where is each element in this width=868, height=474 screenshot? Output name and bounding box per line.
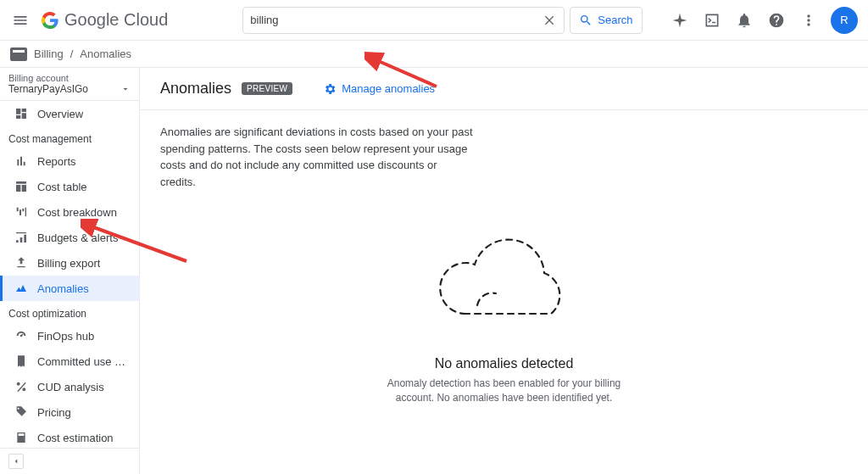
content: Anomalies Preview Manage anomalies Anoma… (140, 68, 868, 474)
cloud-illustration-icon (420, 229, 589, 339)
nav-label: Anomalies (37, 282, 89, 295)
notifications-icon[interactable] (734, 10, 754, 31)
nav-pricing[interactable]: Pricing (0, 399, 139, 425)
nav-label: Cost breakdown (37, 206, 117, 219)
nav-budgets-alerts[interactable]: Budgets & alerts (0, 225, 139, 250)
speedometer-icon (14, 328, 29, 343)
main: Billing account TernaryPayAsIGo Overview… (0, 68, 868, 474)
billing-icon (10, 47, 27, 61)
nav-overview[interactable]: Overview (0, 101, 139, 126)
nav-label: FinOps hub (37, 330, 94, 343)
percent-icon (14, 379, 29, 394)
calculator-icon (14, 430, 29, 445)
nav-label: Billing export (37, 257, 100, 270)
empty-state-title: No anomalies detected (435, 356, 574, 371)
gemini-icon[interactable] (670, 10, 690, 31)
manage-anomalies-label: Manage anomalies (342, 82, 435, 95)
nav-label: Cost table (37, 181, 87, 193)
export-icon (14, 255, 29, 270)
bar-chart-icon (14, 153, 29, 169)
collapse-sidebar-icon[interactable] (8, 454, 24, 469)
page-title: Anomalies (160, 80, 231, 98)
breadcrumb: Billing / Anomalies (0, 41, 868, 68)
budget-icon (14, 230, 29, 245)
manage-anomalies-link[interactable]: Manage anomalies (323, 82, 435, 96)
nav-cost-table[interactable]: Cost table (0, 174, 139, 199)
breadcrumb-section[interactable]: Billing (34, 47, 64, 60)
billing-account-picker[interactable]: Billing account TernaryPayAsIGo (0, 68, 139, 101)
cloud-shell-icon[interactable] (702, 10, 722, 31)
sidebar: Billing account TernaryPayAsIGo Overview… (0, 68, 140, 474)
search-icon (579, 14, 593, 27)
chevron-down-icon (120, 84, 131, 94)
search-button-label: Search (598, 14, 632, 26)
nav-billing-export[interactable]: Billing export (0, 250, 139, 276)
brand-text: Google Cloud (64, 10, 168, 30)
billing-account-name: TernaryPayAsIGo (8, 83, 88, 95)
page-body: Anomalies are significant deviations in … (140, 110, 868, 474)
breadcrumb-separator: / (70, 47, 74, 60)
preview-badge: Preview (242, 82, 292, 95)
topbar-right: R (670, 7, 858, 34)
empty-state: No anomalies detected Anomaly detection … (160, 173, 848, 460)
help-icon[interactable] (766, 10, 787, 31)
hamburger-menu-icon[interactable] (10, 10, 31, 31)
nav-anomalies[interactable]: Anomalies (0, 276, 139, 301)
sidebar-footer (0, 448, 139, 474)
empty-state-subtitle: Anomaly detection has been enabled for y… (369, 376, 640, 405)
nav-label: CUD analysis (37, 381, 104, 393)
nav-cost-estimation[interactable]: Cost estimation (0, 425, 139, 448)
nav-label: Overview (37, 108, 83, 120)
avatar[interactable]: R (831, 7, 858, 34)
page-header: Anomalies Preview Manage anomalies (140, 68, 868, 110)
nav-finops-hub[interactable]: FinOps hub (0, 323, 139, 349)
nav-label: Reports (37, 155, 76, 168)
gear-icon (323, 82, 337, 96)
table-icon (14, 179, 29, 194)
nav-reports[interactable]: Reports (0, 148, 139, 174)
billing-account-label: Billing account (8, 73, 131, 83)
section-cost-management: Cost management (0, 126, 139, 148)
product-logo[interactable]: Google Cloud (41, 10, 168, 30)
breadcrumb-page[interactable]: Anomalies (80, 47, 131, 60)
dashboard-icon (14, 106, 29, 121)
more-icon[interactable] (798, 10, 819, 31)
search-wrap: Search (242, 7, 642, 34)
google-logo-icon (41, 11, 59, 30)
anomaly-icon (14, 281, 29, 296)
nav-cud[interactable]: Committed use discou... (0, 349, 139, 374)
nav-label: Cost estimation (37, 432, 114, 444)
search-box[interactable] (242, 7, 565, 34)
section-cost-optimization: Cost optimization (0, 301, 139, 323)
nav-cud-analysis[interactable]: CUD analysis (0, 374, 139, 399)
top-bar: Google Cloud Search R (0, 0, 868, 41)
waterfall-icon (14, 204, 29, 220)
search-input[interactable] (250, 14, 543, 26)
nav-cost-breakdown[interactable]: Cost breakdown (0, 199, 139, 225)
avatar-initial: R (840, 14, 848, 26)
search-button[interactable]: Search (570, 7, 642, 34)
receipt-icon (14, 354, 29, 369)
tag-icon (14, 404, 29, 420)
clear-search-icon[interactable] (543, 14, 557, 27)
nav-label: Budgets & alerts (37, 231, 118, 244)
nav-label: Pricing (37, 406, 71, 419)
nav-label: Committed use discou... (37, 355, 131, 368)
